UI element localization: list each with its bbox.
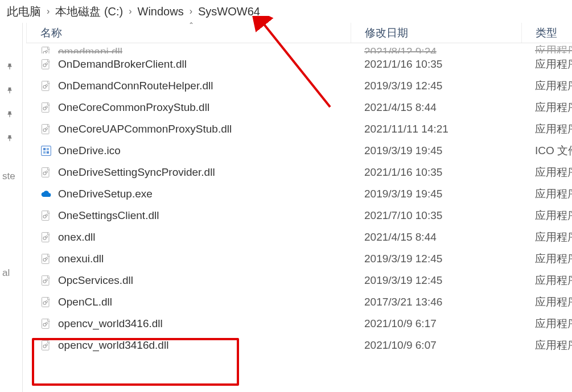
dll-icon <box>40 274 52 287</box>
file-row[interactable]: OneSettingsClient.dll2021/7/10 10:35应用程序 <box>26 205 572 226</box>
file-type-cell: 应用程序 <box>521 100 572 115</box>
svg-rect-0 <box>42 47 50 53</box>
file-name-cell[interactable]: onexui.dll <box>26 253 351 265</box>
file-name-cell[interactable]: onex.dll <box>26 231 351 244</box>
file-row[interactable]: OneDriveSettingSyncProvider.dll2021/1/16… <box>26 162 572 183</box>
file-name-label: omadmapi.dll <box>58 46 122 53</box>
file-date-cell: 2021/11/11 14:21 <box>351 123 521 135</box>
svg-rect-17 <box>47 148 49 150</box>
file-row[interactable]: OneDriveSetup.exe2019/3/19 19:45应用程序 <box>26 183 572 205</box>
file-name-cell[interactable]: opencv_world3416d.dll <box>26 339 351 352</box>
file-date-cell: 2019/3/19 12:45 <box>351 80 521 92</box>
breadcrumb-item[interactable]: 此电脑 <box>3 2 44 22</box>
file-name-cell[interactable]: OnDemandConnRouteHelper.dll <box>26 80 351 92</box>
file-name-label: opencv_world3416d.dll <box>58 339 168 352</box>
file-name-label: OnDemandBrokerClient.dll <box>58 58 187 71</box>
file-name-label: OpenCL.dll <box>58 296 112 308</box>
file-name-label: OneDriveSetup.exe <box>58 188 153 200</box>
file-type-cell: 应用程序 <box>521 273 572 288</box>
file-name-label: OnDemandConnRouteHelper.dll <box>58 80 213 92</box>
dll-icon <box>40 58 52 71</box>
file-row[interactable]: OnDemandBrokerClient.dll2021/1/16 10:35应… <box>26 53 572 75</box>
column-header-type[interactable]: 类型 <box>521 23 572 43</box>
file-row[interactable]: OnDemandConnRouteHelper.dll2019/3/19 12:… <box>26 75 572 97</box>
file-name-cell[interactable]: OneCoreUAPCommonProxyStub.dll <box>26 123 351 135</box>
file-name-cell[interactable]: OneDrive.ico <box>26 145 351 157</box>
dll-icon <box>40 231 52 244</box>
pin-icon <box>6 63 14 73</box>
nav-item-label[interactable]: ste <box>2 171 23 182</box>
ico-icon <box>40 145 52 157</box>
file-date-cell: 2021/1/16 10:35 <box>351 166 521 179</box>
breadcrumb-item[interactable]: 本地磁盘 (C:) <box>52 2 126 22</box>
file-date-cell: 2021/10/9 6:07 <box>351 339 521 352</box>
file-date-cell: 2021/4/15 8:44 <box>351 101 521 114</box>
pin-icon <box>6 110 14 121</box>
file-date-cell: 2019/3/19 19:45 <box>351 145 521 157</box>
file-date-cell: 2021/4/15 8:44 <box>351 231 521 244</box>
svg-rect-16 <box>43 148 46 150</box>
file-type-cell: ICO 文件 <box>521 143 572 158</box>
quick-access-rail: ste al <box>0 23 23 392</box>
file-row[interactable]: omadmapi.dll2021/8/12 9:24应用程序 <box>26 43 572 53</box>
file-row[interactable]: onex.dll2021/4/15 8:44应用程序 <box>26 226 572 248</box>
file-name-label: opencv_world3416.dll <box>58 317 163 330</box>
svg-rect-19 <box>47 151 49 154</box>
file-name-cell[interactable]: opencv_world3416.dll <box>26 317 351 330</box>
file-date-cell: 2019/3/19 12:45 <box>351 253 521 265</box>
file-type-cell: 应用程序 <box>521 316 572 331</box>
file-name-label: OneSettingsClient.dll <box>58 209 159 222</box>
file-name-label: onex.dll <box>58 231 96 244</box>
dll-icon <box>40 101 52 114</box>
file-name-label: OneDrive.ico <box>58 145 121 157</box>
file-name-cell[interactable]: omadmapi.dll <box>26 43 351 53</box>
file-type-cell: 应用程序 <box>521 122 572 137</box>
file-type-cell: 应用程序 <box>521 43 572 53</box>
file-type-cell: 应用程序 <box>521 187 572 201</box>
file-row[interactable]: opencv_world3416.dll2021/10/9 6:17应用程序 <box>26 313 572 335</box>
column-header-modified[interactable]: 修改日期 <box>351 23 521 43</box>
file-date-cell: 2021/7/10 10:35 <box>351 209 521 222</box>
file-date-cell: 2019/3/19 12:45 <box>351 274 521 287</box>
file-row[interactable]: OneDrive.ico2019/3/19 19:45ICO 文件 <box>26 140 572 162</box>
dll-icon <box>40 209 52 222</box>
file-name-label: OneDriveSettingSyncProvider.dll <box>58 166 215 179</box>
file-row[interactable]: OpcServices.dll2019/3/19 12:45应用程序 <box>26 270 572 291</box>
file-type-cell: 应用程序 <box>521 338 572 353</box>
chevron-right-icon[interactable]: › <box>126 6 134 16</box>
file-name-label: onexui.dll <box>58 253 104 265</box>
file-list-pane: ⌃ 名称 修改日期 类型 omadmapi.dll2021/8/12 9:24应… <box>26 23 572 392</box>
file-name-cell[interactable]: OneDriveSettingSyncProvider.dll <box>26 166 351 179</box>
file-row[interactable]: OneCoreCommonProxyStub.dll2021/4/15 8:44… <box>26 97 572 118</box>
file-name-cell[interactable]: OneCoreCommonProxyStub.dll <box>26 101 351 114</box>
file-name-label: OneCoreCommonProxyStub.dll <box>58 101 209 114</box>
breadcrumb-item[interactable]: SysWOW64 <box>195 3 264 20</box>
dll-icon <box>40 339 52 352</box>
file-row[interactable]: onexui.dll2019/3/19 12:45应用程序 <box>26 248 572 270</box>
dll-icon <box>40 166 52 179</box>
file-name-label: OpcServices.dll <box>58 274 133 287</box>
file-name-cell[interactable]: OnDemandBrokerClient.dll <box>26 58 351 71</box>
file-name-cell[interactable]: OneDriveSetup.exe <box>26 188 351 200</box>
breadcrumb: 此电脑 › 本地磁盘 (C:) › Windows › SysWOW64 <box>0 0 572 23</box>
file-type-cell: 应用程序 <box>521 79 572 93</box>
file-rows: omadmapi.dll2021/8/12 9:24应用程序OnDemandBr… <box>26 43 572 392</box>
dll-icon <box>40 80 52 92</box>
file-row[interactable]: OpenCL.dll2017/3/21 13:46应用程序 <box>26 291 572 313</box>
nav-item-label[interactable]: al <box>2 267 23 279</box>
file-row[interactable]: OneCoreUAPCommonProxyStub.dll2021/11/11 … <box>26 118 572 140</box>
chevron-right-icon[interactable]: › <box>187 6 195 16</box>
file-name-cell[interactable]: OpenCL.dll <box>26 296 351 308</box>
file-name-cell[interactable]: OneSettingsClient.dll <box>26 209 351 222</box>
chevron-right-icon[interactable]: › <box>44 6 52 16</box>
file-date-cell: 2021/8/12 9:24 <box>351 43 521 53</box>
file-row[interactable]: opencv_world3416d.dll2021/10/9 6:07应用程序 <box>26 335 572 356</box>
pin-icon <box>6 134 14 145</box>
file-type-cell: 应用程序 <box>521 230 572 245</box>
svg-rect-15 <box>42 146 51 156</box>
file-date-cell: 2021/1/16 10:35 <box>351 58 521 71</box>
column-headers: ⌃ 名称 修改日期 类型 <box>26 23 572 43</box>
file-name-cell[interactable]: OpcServices.dll <box>26 274 351 287</box>
breadcrumb-item[interactable]: Windows <box>134 3 187 20</box>
cloud-icon <box>40 188 52 200</box>
